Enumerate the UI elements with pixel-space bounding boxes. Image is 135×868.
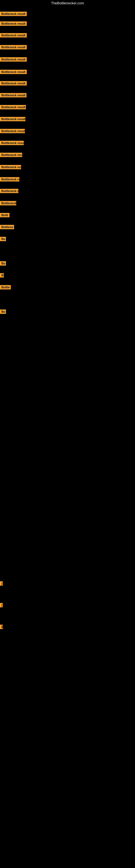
bottleneck-badge-14[interactable]: Bottleneck res — [0, 165, 21, 169]
bottleneck-badge-13[interactable]: Bottleneck res — [0, 153, 22, 157]
bottleneck-badge-10[interactable]: Bottleneck result — [0, 117, 26, 121]
bottleneck-badge-18[interactable]: Bottl — [0, 213, 9, 217]
bottleneck-badge-9[interactable]: Bottleneck result — [0, 105, 26, 109]
bottleneck-badge-7[interactable]: Bottleneck result — [0, 81, 27, 86]
bottleneck-badge-12[interactable]: Bottleneck result — [0, 141, 24, 145]
bottleneck-badge-6[interactable]: Bottleneck result — [0, 70, 27, 74]
bottleneck-badge-19[interactable]: Bottlene — [0, 225, 14, 229]
site-title: TheBottlenecker.com — [0, 0, 135, 6]
bottleneck-badge-3[interactable]: Bottleneck result — [0, 33, 27, 37]
bottleneck-badge-27[interactable]: E — [0, 625, 3, 629]
bottleneck-badge-5[interactable]: Bottleneck result — [0, 57, 27, 62]
bottleneck-badge-4[interactable]: Bottleneck result — [0, 45, 27, 50]
bottleneck-badge-23[interactable]: Bottle — [0, 285, 11, 289]
bottleneck-badge-24[interactable]: Bo — [0, 310, 6, 314]
bottleneck-badge-8[interactable]: Bottleneck result — [0, 93, 27, 97]
bottleneck-badge-15[interactable]: Bottleneck re — [0, 177, 19, 182]
bottleneck-badge-2[interactable]: Bottleneck result — [0, 22, 27, 26]
bottleneck-badge-1[interactable]: Bottleneck result — [0, 12, 27, 16]
bottleneck-badge-20[interactable]: Bo — [0, 237, 6, 241]
bottleneck-badge-21[interactable]: Bo — [0, 261, 6, 266]
bottleneck-badge-26[interactable]: | — [0, 603, 3, 607]
bottleneck-badge-22[interactable]: B — [0, 273, 4, 278]
bottleneck-badge-25[interactable]: | — [0, 581, 3, 586]
bottleneck-badge-17[interactable]: Bottleneck — [0, 201, 16, 205]
bottleneck-badge-16[interactable]: Bottleneck re — [0, 189, 18, 193]
bottleneck-badge-11[interactable]: Bottleneck result — [0, 129, 25, 133]
